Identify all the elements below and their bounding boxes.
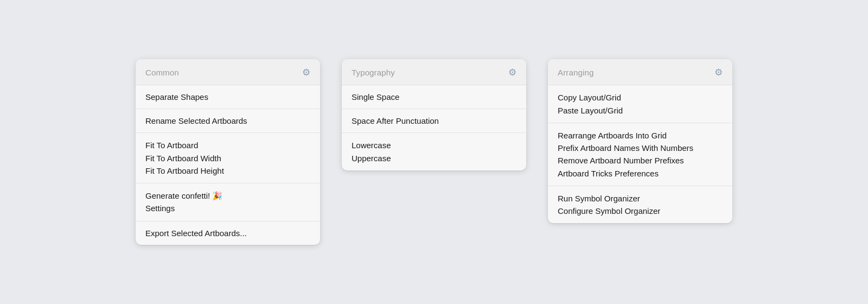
panel-arranging: Arranging⚙Copy Layout/GridPaste Layout/G… — [548, 59, 732, 223]
section-typography-1: Space After Punctuation — [342, 109, 526, 133]
panel-header-arranging: Arranging⚙ — [548, 59, 732, 85]
section-common-0: Separate Shapes — [136, 85, 320, 109]
section-common-2: Fit To ArtboardFit To Artboard WidthFit … — [136, 133, 320, 183]
list-item[interactable]: Copy Layout/Grid — [558, 91, 723, 104]
panel-title-arranging: Arranging — [558, 68, 593, 77]
list-item[interactable]: Lowercase — [352, 139, 516, 151]
list-item[interactable]: Generate confetti! 🎉 — [145, 189, 310, 202]
list-item[interactable]: Configure Symbol Organizer — [558, 205, 723, 217]
gear-icon-common[interactable]: ⚙ — [302, 67, 310, 78]
gear-icon-typography[interactable]: ⚙ — [508, 67, 516, 78]
list-item[interactable]: Paste Layout/Grid — [558, 104, 723, 117]
list-item[interactable]: Single Space — [342, 85, 526, 109]
section-typography-2: LowercaseUppercase — [342, 133, 526, 170]
section-arranging-0: Copy Layout/GridPaste Layout/Grid — [548, 85, 732, 123]
list-item[interactable]: Remove Artboard Number Prefixes — [558, 154, 723, 167]
list-item[interactable]: Run Symbol Organizer — [558, 192, 723, 205]
list-item[interactable]: Prefix Artboard Names With Numbers — [558, 142, 723, 154]
list-item[interactable]: Fit To Artboard Width — [145, 152, 310, 164]
item-group: Copy Layout/GridPaste Layout/Grid — [548, 85, 732, 123]
list-item[interactable]: Fit To Artboard Height — [145, 164, 310, 177]
panel-title-typography: Typography — [352, 68, 395, 77]
gear-icon-arranging[interactable]: ⚙ — [714, 67, 723, 78]
list-item[interactable]: Fit To Artboard — [145, 139, 310, 151]
list-item[interactable]: Separate Shapes — [136, 85, 320, 109]
section-typography-0: Single Space — [342, 85, 526, 109]
item-group: LowercaseUppercase — [342, 133, 526, 170]
panel-typography: Typography⚙Single SpaceSpace After Punct… — [342, 59, 526, 170]
list-item[interactable]: Export Selected Artboards... — [136, 221, 320, 245]
list-item[interactable]: Rename Selected Artboards — [136, 109, 320, 132]
panel-header-common: Common⚙ — [136, 59, 320, 85]
item-group: Fit To ArtboardFit To Artboard WidthFit … — [136, 133, 320, 183]
item-group: Generate confetti! 🎉Settings — [136, 183, 320, 221]
panel-header-typography: Typography⚙ — [342, 59, 526, 85]
section-arranging-2: Run Symbol OrganizerConfigure Symbol Org… — [548, 186, 732, 224]
item-group: Run Symbol OrganizerConfigure Symbol Org… — [548, 186, 732, 224]
list-item[interactable]: Settings — [145, 202, 310, 214]
list-item[interactable]: Rearrange Artboards Into Grid — [558, 129, 723, 142]
list-item[interactable]: Uppercase — [352, 152, 516, 164]
section-common-4: Export Selected Artboards... — [136, 221, 320, 245]
panel-common: Common⚙Separate ShapesRename Selected Ar… — [136, 59, 320, 244]
list-item[interactable]: Space After Punctuation — [342, 109, 526, 132]
panel-title-common: Common — [145, 68, 179, 77]
section-common-1: Rename Selected Artboards — [136, 109, 320, 133]
section-common-3: Generate confetti! 🎉Settings — [136, 183, 320, 221]
item-group: Rearrange Artboards Into GridPrefix Artb… — [548, 123, 732, 186]
list-item[interactable]: Artboard Tricks Preferences — [558, 167, 723, 180]
section-arranging-1: Rearrange Artboards Into GridPrefix Artb… — [548, 123, 732, 186]
panels-container: Common⚙Separate ShapesRename Selected Ar… — [114, 37, 754, 266]
